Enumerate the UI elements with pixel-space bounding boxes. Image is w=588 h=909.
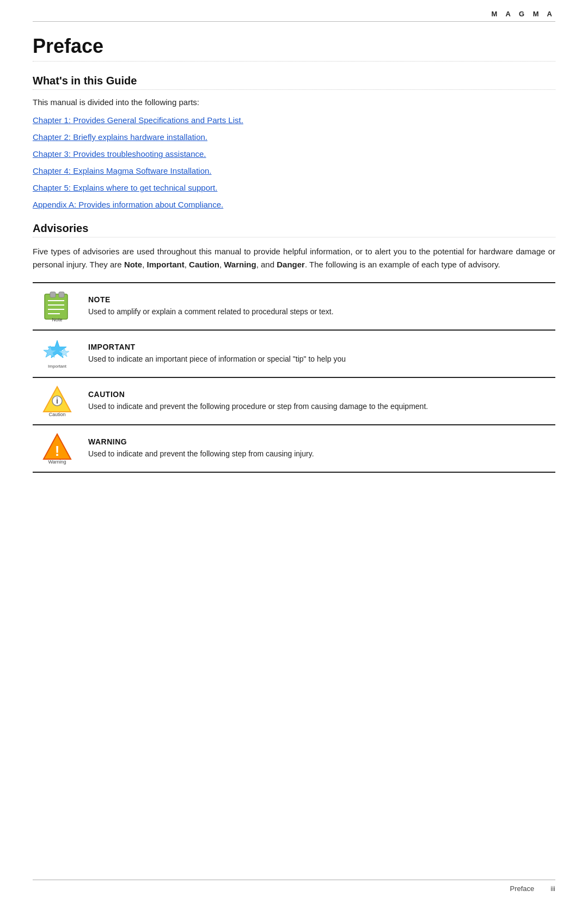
note-label: NOTE (88, 295, 549, 304)
warning-label: WARNING (88, 437, 549, 446)
warning-content-cell: WARNING Used to indicate and prevent the… (82, 425, 555, 472)
advisory-row-important: Important IMPORTANT Used to indicate an … (33, 330, 555, 377)
page-title: Preface (33, 35, 555, 62)
footer-rule (33, 880, 555, 880)
header: M A G M A (0, 0, 588, 21)
caution-content-cell: CAUTION Used to indicate and prevent the… (82, 377, 555, 425)
important-desc: Used to indicate an important piece of i… (88, 355, 346, 363)
warning-icon-cell: ! Warning (33, 425, 82, 472)
advisory-row-caution: i Caution CAUTION Used to indicate and p… (33, 377, 555, 425)
warning-icon: ! Warning (40, 431, 74, 465)
note-icon: Note (40, 289, 74, 322)
note-icon-cell: Note (33, 283, 82, 330)
caution-icon-cell: i Caution (33, 377, 82, 425)
svg-text:i: i (56, 396, 58, 405)
note-content-cell: NOTE Used to amplify or explain a commen… (82, 283, 555, 330)
page: M A G M A Preface What's in this Guide T… (0, 0, 588, 909)
footer-page-number: iii (550, 884, 555, 893)
chapter-5-link[interactable]: Chapter 5: Explains where to get technic… (33, 183, 555, 192)
footer-content: Preface iii (33, 884, 555, 893)
important-icon: Important (40, 336, 74, 370)
caution-desc: Used to indicate and prevent the followi… (88, 402, 428, 411)
caution-icon: i Caution (40, 383, 74, 417)
warning-desc: Used to indicate and prevent the followi… (88, 449, 314, 458)
svg-text:Warning: Warning (48, 459, 66, 465)
intro-paragraph: This manual is divided into the followin… (33, 97, 555, 107)
advisory-table: Note NOTE Used to amplify or explain a c… (33, 282, 555, 473)
main-content: Preface What's in this Guide This manual… (0, 22, 588, 473)
note-desc: Used to amplify or explain a comment rel… (88, 307, 334, 316)
svg-text:!: ! (55, 443, 60, 459)
brand-label: M A G M A (491, 10, 555, 18)
footer: Preface iii (0, 880, 588, 893)
advisories-intro: Five types of advisories are used throug… (33, 245, 555, 271)
svg-rect-5 (50, 292, 56, 297)
advisory-row-note: Note NOTE Used to amplify or explain a c… (33, 283, 555, 330)
advisory-row-warning: ! Warning WARNING Used to indicate and p… (33, 425, 555, 472)
appendix-a-link[interactable]: Appendix A: Provides information about C… (33, 200, 555, 209)
important-content-cell: IMPORTANT Used to indicate an important … (82, 330, 555, 377)
footer-label: Preface (510, 884, 535, 893)
svg-rect-6 (59, 292, 64, 297)
svg-text:Note: Note (52, 317, 62, 322)
chapter-2-link[interactable]: Chapter 2: Briefly explains hardware ins… (33, 132, 555, 142)
whats-in-guide-heading: What's in this Guide (33, 75, 555, 90)
chapter-3-link[interactable]: Chapter 3: Provides troubleshooting assi… (33, 149, 555, 158)
svg-rect-0 (45, 294, 68, 319)
important-label: IMPORTANT (88, 343, 549, 351)
chapter-1-link[interactable]: Chapter 1: Provides General Specificatio… (33, 115, 555, 125)
svg-text:Caution: Caution (48, 412, 65, 417)
important-icon-cell: Important (33, 330, 82, 377)
advisories-heading: Advisories (33, 222, 555, 237)
caution-label: CAUTION (88, 390, 549, 399)
chapter-4-link[interactable]: Chapter 4: Explains Magma Software Insta… (33, 166, 555, 175)
svg-text:Important: Important (48, 364, 67, 369)
